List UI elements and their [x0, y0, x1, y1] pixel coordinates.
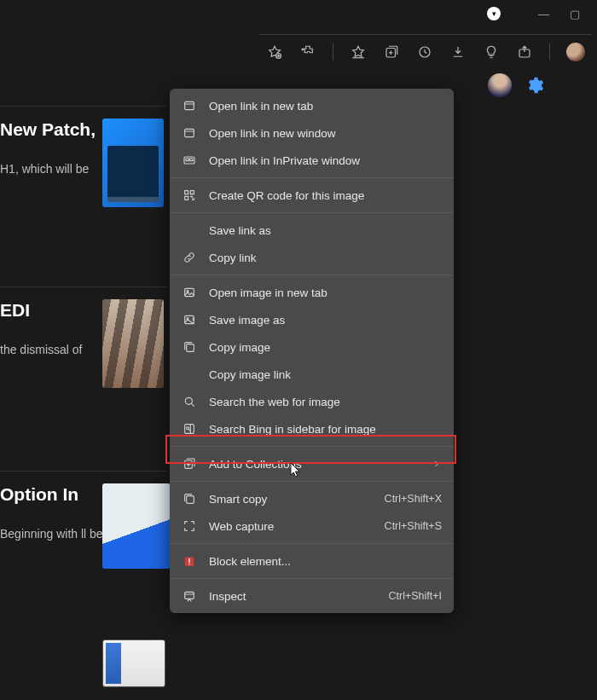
menu-item[interactable]: Open link in new window: [170, 119, 454, 147]
search-sidebar-icon: [182, 421, 197, 437]
menu-item[interactable]: Save image as: [170, 306, 454, 333]
menu-item[interactable]: Open link in InPrivate window: [170, 147, 454, 174]
menu-item[interactable]: Save link as: [170, 217, 454, 244]
menu-item-label: Web capture: [209, 520, 373, 533]
favorites-icon[interactable]: [350, 43, 367, 61]
svg-rect-4: [185, 101, 194, 109]
dropdown-indicator[interactable]: ▾: [487, 7, 501, 20]
menu-item-label: Open link in new window: [209, 127, 442, 140]
menu-item[interactable]: Add to Collections: [170, 450, 454, 477]
article-card[interactable]: EDI the dismissal of: [0, 286, 166, 431]
menu-item[interactable]: Copy image link: [170, 361, 454, 388]
article-card[interactable]: New Patch, H1, which will be: [0, 106, 166, 259]
image-tab-icon: [182, 285, 197, 300]
new-window-icon: [182, 125, 197, 141]
menu-item-label: Search the web for image: [209, 396, 442, 408]
web-capture-icon: [182, 518, 197, 534]
menu-item-label: Add to Collections: [209, 458, 420, 471]
maximize-button[interactable]: ▢: [570, 8, 580, 20]
menu-item[interactable]: Search Bing in sidebar for image: [170, 415, 454, 443]
menu-item-label: Copy link: [209, 252, 442, 264]
favorite-add-icon[interactable]: [266, 43, 283, 61]
copy-image-icon: [182, 339, 197, 355]
minimize-button[interactable]: —: [538, 8, 549, 20]
menu-item-label: Open image in new tab: [209, 286, 442, 299]
menu-item[interactable]: Copy link: [170, 244, 454, 271]
svg-rect-21: [187, 496, 194, 504]
smart-copy-icon: [182, 491, 197, 506]
menu-item-label: Open link in new tab: [209, 100, 442, 113]
svg-rect-11: [185, 196, 188, 200]
menu-item-label: Open link in InPrivate window: [209, 154, 442, 167]
menu-separator: [170, 212, 454, 213]
menu-item-label: Save image as: [209, 314, 442, 327]
article-thumbnail: [102, 299, 164, 388]
menu-item-label: Save link as: [209, 224, 442, 237]
share-icon[interactable]: [516, 43, 533, 61]
article-card[interactable]: Option In Beginning with ll be redirecte…: [0, 471, 166, 616]
menu-item-label: Search Bing in sidebar for image: [209, 423, 442, 436]
menu-item-shortcut: Ctrl+Shift+I: [388, 590, 442, 602]
inprivate-icon: [182, 153, 197, 168]
svg-rect-10: [190, 191, 194, 194]
save-image-icon: [182, 312, 197, 327]
menu-separator: [170, 543, 454, 544]
history-icon[interactable]: [416, 43, 433, 61]
menu-separator: [170, 275, 454, 275]
menu-item-label: Copy image: [209, 341, 442, 354]
menu-item[interactable]: Open image in new tab: [170, 279, 454, 306]
svg-rect-9: [185, 191, 188, 194]
context-menu: Open link in new tabOpen link in new win…: [170, 89, 454, 613]
svg-rect-5: [185, 129, 194, 136]
menu-separator: [170, 177, 454, 178]
svg-rect-12: [185, 288, 194, 296]
menu-item-shortcut: Ctrl+Shift+S: [385, 520, 442, 532]
svg-rect-8: [190, 159, 193, 161]
chevron-right-icon: [432, 459, 442, 469]
qr-icon: [182, 188, 197, 203]
window-controls: ▾ — ▢: [487, 0, 597, 27]
browser-toolbar: [259, 34, 592, 68]
toolbar-divider: [549, 43, 550, 61]
block-icon: [182, 553, 197, 569]
menu-item[interactable]: Smart copyCtrl+Shift+X: [170, 485, 454, 512]
menu-item-label: Create QR code for this image: [209, 189, 442, 202]
menu-item[interactable]: Block element...: [170, 547, 454, 575]
menu-item[interactable]: Create QR code for this image: [170, 182, 454, 209]
menu-item[interactable]: Web captureCtrl+Shift+S: [170, 512, 454, 540]
svg-point-13: [187, 291, 188, 292]
menu-item-label: Smart copy: [209, 493, 373, 506]
menu-item-label: Copy image link: [209, 368, 442, 381]
inspect-icon: [182, 588, 197, 604]
link-icon: [182, 250, 197, 265]
menu-item[interactable]: Search the web for image: [170, 388, 454, 415]
article-thumbnail: [102, 483, 171, 569]
profile-avatar-icon[interactable]: [566, 43, 585, 61]
page-avatar[interactable]: [488, 73, 512, 97]
menu-item-label: Inspect: [209, 590, 376, 603]
new-tab-icon: [182, 98, 197, 113]
search-web-icon: [182, 394, 197, 409]
settings-gear-icon[interactable]: [525, 76, 544, 95]
tips-icon[interactable]: [483, 43, 500, 61]
menu-item[interactable]: Open link in new tab: [170, 92, 454, 119]
collections-icon[interactable]: [383, 43, 400, 61]
svg-rect-16: [187, 344, 194, 352]
extensions-icon[interactable]: [299, 43, 316, 61]
article-thumbnail: [102, 639, 165, 687]
collections-add-icon: [182, 456, 197, 471]
svg-rect-7: [186, 159, 188, 161]
downloads-icon[interactable]: [449, 43, 467, 61]
menu-item[interactable]: Copy image: [170, 333, 454, 361]
svg-rect-23: [185, 592, 194, 599]
article-list: New Patch, H1, which will be EDI the dis…: [0, 106, 166, 616]
toolbar-divider: [333, 43, 333, 61]
svg-point-15: [187, 318, 188, 320]
menu-separator: [170, 481, 454, 482]
menu-separator: [170, 578, 454, 579]
article-thumbnail: [102, 119, 164, 207]
menu-item-shortcut: Ctrl+Shift+X: [385, 493, 442, 505]
menu-item[interactable]: InspectCtrl+Shift+I: [170, 582, 454, 610]
menu-item-label: Block element...: [209, 555, 442, 568]
menu-separator: [170, 446, 454, 447]
